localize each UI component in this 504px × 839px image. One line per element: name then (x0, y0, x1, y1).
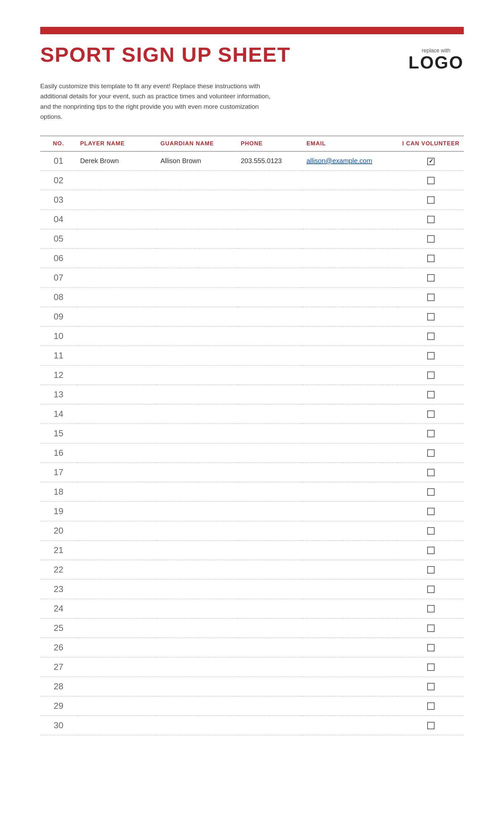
row-email[interactable] (303, 560, 398, 580)
checkbox-unchecked-icon[interactable] (427, 469, 435, 476)
checkbox-unchecked-icon[interactable] (427, 547, 435, 554)
row-player-name[interactable] (77, 560, 157, 580)
row-volunteer-checkbox[interactable] (398, 327, 464, 346)
row-player-name[interactable] (77, 482, 157, 502)
row-email[interactable] (303, 424, 398, 443)
row-player-name[interactable] (77, 249, 157, 268)
row-email[interactable]: allison@example.com (303, 151, 398, 171)
row-volunteer-checkbox[interactable] (398, 229, 464, 249)
row-player-name[interactable] (77, 327, 157, 346)
row-phone[interactable] (237, 521, 303, 541)
row-volunteer-checkbox[interactable] (398, 482, 464, 502)
row-volunteer-checkbox[interactable] (398, 385, 464, 404)
row-guardian-name[interactable] (157, 658, 237, 677)
checkbox-unchecked-icon[interactable] (427, 294, 435, 301)
row-player-name[interactable] (77, 171, 157, 190)
row-phone[interactable]: 203.555.0123 (237, 151, 303, 171)
row-guardian-name[interactable] (157, 463, 237, 482)
row-guardian-name[interactable] (157, 365, 237, 385)
row-phone[interactable] (237, 327, 303, 346)
row-guardian-name[interactable] (157, 190, 237, 210)
checkbox-unchecked-icon[interactable] (427, 585, 435, 593)
row-volunteer-checkbox[interactable] (398, 307, 464, 327)
row-guardian-name[interactable] (157, 696, 237, 716)
row-volunteer-checkbox[interactable] (398, 365, 464, 385)
row-player-name[interactable] (77, 210, 157, 229)
row-email[interactable] (303, 307, 398, 327)
row-volunteer-checkbox[interactable] (398, 677, 464, 696)
row-phone[interactable] (237, 580, 303, 599)
row-email[interactable] (303, 521, 398, 541)
row-volunteer-checkbox[interactable] (398, 151, 464, 171)
row-email[interactable] (303, 385, 398, 404)
row-guardian-name[interactable] (157, 580, 237, 599)
checkbox-unchecked-icon[interactable] (427, 527, 435, 535)
row-email[interactable] (303, 210, 398, 229)
row-guardian-name[interactable] (157, 560, 237, 580)
checkbox-unchecked-icon[interactable] (427, 430, 435, 437)
row-phone[interactable] (237, 599, 303, 618)
row-guardian-name[interactable] (157, 521, 237, 541)
row-player-name[interactable] (77, 307, 157, 327)
checkbox-unchecked-icon[interactable] (427, 410, 435, 418)
checkbox-unchecked-icon[interactable] (427, 235, 435, 243)
checkbox-unchecked-icon[interactable] (427, 683, 435, 690)
row-guardian-name[interactable] (157, 599, 237, 618)
row-phone[interactable] (237, 658, 303, 677)
row-guardian-name[interactable] (157, 502, 237, 521)
row-volunteer-checkbox[interactable] (398, 521, 464, 541)
row-volunteer-checkbox[interactable] (398, 580, 464, 599)
row-email[interactable] (303, 716, 398, 735)
row-email[interactable] (303, 443, 398, 463)
checkbox-unchecked-icon[interactable] (427, 371, 435, 379)
row-email[interactable] (303, 541, 398, 560)
row-guardian-name[interactable] (157, 229, 237, 249)
row-player-name[interactable] (77, 268, 157, 287)
row-phone[interactable] (237, 249, 303, 268)
row-phone[interactable] (237, 268, 303, 287)
row-player-name[interactable] (77, 365, 157, 385)
row-email[interactable] (303, 658, 398, 677)
row-volunteer-checkbox[interactable] (398, 638, 464, 658)
row-email[interactable] (303, 463, 398, 482)
row-phone[interactable] (237, 716, 303, 735)
checkbox-unchecked-icon[interactable] (427, 449, 435, 457)
row-email[interactable] (303, 696, 398, 716)
row-player-name[interactable] (77, 502, 157, 521)
row-volunteer-checkbox[interactable] (398, 171, 464, 190)
row-phone[interactable] (237, 190, 303, 210)
checkbox-unchecked-icon[interactable] (427, 644, 435, 651)
row-phone[interactable] (237, 618, 303, 638)
row-phone[interactable] (237, 365, 303, 385)
row-phone[interactable] (237, 463, 303, 482)
checkbox-unchecked-icon[interactable] (427, 722, 435, 729)
checkbox-unchecked-icon[interactable] (427, 333, 435, 340)
row-email[interactable] (303, 482, 398, 502)
row-player-name[interactable]: Derek Brown (77, 151, 157, 171)
row-player-name[interactable] (77, 716, 157, 735)
row-volunteer-checkbox[interactable] (398, 696, 464, 716)
row-volunteer-checkbox[interactable] (398, 463, 464, 482)
checkbox-unchecked-icon[interactable] (427, 177, 435, 184)
row-email[interactable] (303, 249, 398, 268)
checkbox-unchecked-icon[interactable] (427, 196, 435, 204)
row-phone[interactable] (237, 229, 303, 249)
row-guardian-name[interactable] (157, 424, 237, 443)
row-volunteer-checkbox[interactable] (398, 541, 464, 560)
row-volunteer-checkbox[interactable] (398, 658, 464, 677)
row-email[interactable] (303, 190, 398, 210)
row-player-name[interactable] (77, 599, 157, 618)
row-phone[interactable] (237, 443, 303, 463)
row-player-name[interactable] (77, 287, 157, 307)
row-volunteer-checkbox[interactable] (398, 210, 464, 229)
row-player-name[interactable] (77, 229, 157, 249)
row-player-name[interactable] (77, 346, 157, 365)
row-player-name[interactable] (77, 424, 157, 443)
row-player-name[interactable] (77, 658, 157, 677)
row-guardian-name[interactable] (157, 210, 237, 229)
row-player-name[interactable] (77, 190, 157, 210)
row-phone[interactable] (237, 404, 303, 424)
row-guardian-name[interactable] (157, 638, 237, 658)
row-volunteer-checkbox[interactable] (398, 249, 464, 268)
row-volunteer-checkbox[interactable] (398, 618, 464, 638)
